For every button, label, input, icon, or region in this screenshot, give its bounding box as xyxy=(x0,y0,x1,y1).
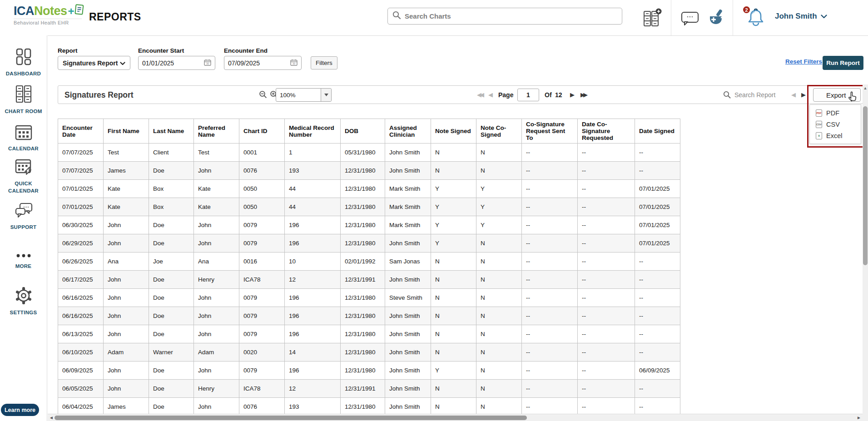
table-row[interactable]: 06/09/2025JohnDoeJohn007919612/31/1980Jo… xyxy=(58,362,680,380)
reset-filters-link[interactable]: Reset Filters xyxy=(785,58,822,65)
table-cell: Y xyxy=(431,362,476,380)
horizontal-scrollbar[interactable]: ◄ ► xyxy=(48,414,863,421)
encounter-start-input[interactable] xyxy=(142,59,192,67)
sidebar-item-settings[interactable]: SETTINGS xyxy=(0,286,47,317)
export-button[interactable]: Export xyxy=(813,88,861,102)
csv-file-icon: CSV xyxy=(816,121,822,128)
table-cell: James xyxy=(104,398,149,416)
table-cell: Mark Smith xyxy=(385,180,431,198)
sidebar-item-chart-room[interactable]: CHART ROOM xyxy=(0,84,47,115)
table-cell: -- xyxy=(578,198,635,216)
table-cell: N xyxy=(476,144,522,162)
table-row[interactable]: 06/16/2025JohnDoeJohn007919612/31/1980Jo… xyxy=(58,307,680,325)
calendar-picker-icon[interactable]: 30 xyxy=(290,59,298,67)
messages-icon[interactable] xyxy=(680,11,699,27)
table-cell: -- xyxy=(522,289,578,307)
filters-button[interactable]: Filters xyxy=(311,56,337,69)
table-cell: 10 xyxy=(285,253,341,271)
table-row[interactable]: 06/30/2025JohnDoeJohn007919612/31/1980Ma… xyxy=(58,216,680,234)
table-row[interactable]: 06/04/2025JamesDoeJohn007619312/31/1980J… xyxy=(58,398,680,416)
report-select[interactable]: Signatures Report xyxy=(58,56,130,70)
sidebar-item-dashboard[interactable]: DASHBOARD xyxy=(0,47,47,78)
table-row[interactable]: 06/17/2025JohnDoeHenryICA781212/31/1991J… xyxy=(58,271,680,289)
table-cell: N xyxy=(431,162,476,180)
notifications-bell-icon[interactable]: 2 xyxy=(746,8,766,29)
export-option-csv[interactable]: CSV CSV xyxy=(810,119,861,130)
scroll-right-arrow-icon[interactable]: ► xyxy=(857,415,861,420)
table-cell: -- xyxy=(635,343,680,362)
table-cell: 196 xyxy=(285,234,341,253)
encounter-start-field: 30 xyxy=(138,56,215,70)
chart-search-box[interactable] xyxy=(387,8,622,25)
export-option-excel[interactable]: X Excel xyxy=(810,130,861,141)
zoom-out-icon[interactable] xyxy=(259,86,268,104)
encounter-end-label: Encounter End xyxy=(224,47,268,54)
first-page-button[interactable]: ◀◀ xyxy=(477,86,482,104)
table-row[interactable]: 07/07/2025JamesDoeJohn007619312/31/1980J… xyxy=(58,162,680,180)
table-cell: 02/01/1992 xyxy=(341,253,385,271)
table-cell: N xyxy=(431,398,476,416)
table-cell: -- xyxy=(635,162,680,180)
zoom-level-value: 100% xyxy=(276,89,321,101)
user-menu[interactable]: John Smith xyxy=(775,12,827,21)
table-row[interactable]: 06/10/2025AdamWarnerAdam00201412/31/1980… xyxy=(58,343,680,362)
table-cell: 06/05/2025 xyxy=(58,380,104,398)
svg-text:30: 30 xyxy=(206,62,209,65)
column-header: Date Co-Signature Requested xyxy=(578,119,635,144)
sidebar-item-calendar[interactable]: CALENDAR xyxy=(0,123,47,153)
learn-more-button[interactable]: Learn more xyxy=(1,404,39,416)
table-row[interactable]: 07/07/2025TestClientTest0001105/31/1980J… xyxy=(58,144,680,162)
next-page-button[interactable]: ▶ xyxy=(570,86,575,104)
encounter-end-input[interactable] xyxy=(228,59,278,67)
table-cell: Doe xyxy=(149,234,194,253)
report-search-icon xyxy=(723,86,731,104)
vertical-scrollbar[interactable]: ▲ xyxy=(863,84,868,421)
zoom-level-select[interactable]: 100% xyxy=(276,88,332,102)
export-option-pdf[interactable]: PDF PDF xyxy=(810,107,861,119)
last-page-button[interactable]: ▶▶ xyxy=(580,86,586,104)
table-cell: -- xyxy=(522,180,578,198)
vertical-scrollbar-thumb[interactable] xyxy=(863,106,868,265)
zoom-dropdown-button[interactable] xyxy=(321,89,331,101)
table-cell: -- xyxy=(578,380,635,398)
table-cell: Y xyxy=(476,198,522,216)
horizontal-scrollbar-thumb[interactable] xyxy=(55,416,527,420)
icanotes-logo[interactable]: ICANotes + Behavioral Health EHR xyxy=(14,4,84,25)
table-cell: John Smith xyxy=(385,162,431,180)
table-row[interactable]: 06/13/2025JohnDoeJohn007919612/31/1980Jo… xyxy=(58,325,680,343)
table-cell: John Smith xyxy=(385,380,431,398)
table-row[interactable]: 06/26/2025AnaJoeAna00161002/01/1992Sam J… xyxy=(58,253,680,271)
chart-search-input[interactable] xyxy=(405,12,617,20)
table-row[interactable]: 06/29/2025JohnDoeJohn007919612/31/1980Jo… xyxy=(58,234,680,253)
report-search-input[interactable] xyxy=(734,91,788,99)
table-row[interactable]: 07/01/2025KateBoxKate00504412/31/1980Mar… xyxy=(58,198,680,216)
logo-tagline: Behavioral Health EHR xyxy=(14,19,82,25)
scroll-up-arrow-icon[interactable]: ▲ xyxy=(863,84,868,90)
search-previous-match-button[interactable]: ◀ xyxy=(791,86,796,104)
table-cell: 12/31/1980 xyxy=(341,216,385,234)
table-row[interactable]: 06/05/2025JohnDoeHenryICA781212/31/1991J… xyxy=(58,380,680,398)
search-next-match-button[interactable]: ▶ xyxy=(801,86,806,104)
run-report-button[interactable]: Run Report xyxy=(823,56,863,70)
table-cell: -- xyxy=(522,162,578,180)
pharmacy-icon[interactable] xyxy=(709,9,724,28)
table-row[interactable]: 07/01/2025KateBoxKate00504412/31/1980Mar… xyxy=(58,180,680,198)
encounter-end-field: 30 xyxy=(224,56,302,70)
export-option-label: PDF xyxy=(826,109,839,117)
scroll-left-arrow-icon[interactable]: ◄ xyxy=(49,415,54,420)
add-chart-icon[interactable] xyxy=(641,8,662,30)
table-cell: 1 xyxy=(285,144,341,162)
sidebar-item-more[interactable]: MORE xyxy=(0,253,47,270)
table-cell: John Smith xyxy=(385,271,431,289)
page-number-input[interactable] xyxy=(517,89,539,101)
previous-page-button[interactable]: ◀ xyxy=(488,86,493,104)
table-cell: Kate xyxy=(194,180,239,198)
table-cell: -- xyxy=(635,253,680,271)
calendar-picker-icon[interactable]: 30 xyxy=(204,59,211,67)
sidebar-item-quick-calendar[interactable]: QUICK CALENDAR xyxy=(0,157,47,194)
table-cell: ICA78 xyxy=(239,271,285,289)
table-row[interactable]: 06/16/2025JohnDoeJohn007919612/31/1980St… xyxy=(58,289,680,307)
sidebar-item-support[interactable]: SUPPORT xyxy=(0,202,47,231)
dashboard-icon xyxy=(15,60,32,68)
table-cell: 07/01/2025 xyxy=(58,180,104,198)
